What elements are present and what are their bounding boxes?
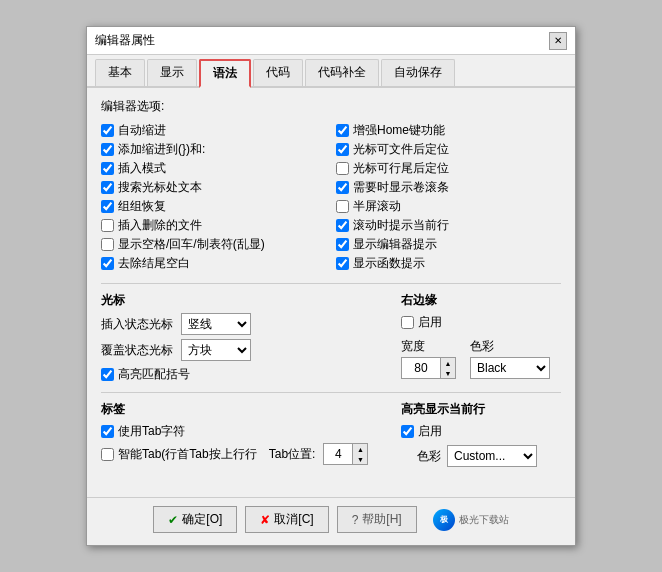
option-auto-indent: 自动缩进 (101, 121, 326, 140)
checkbox-smart-tab[interactable] (101, 448, 114, 461)
tab-basic[interactable]: 基本 (95, 59, 145, 86)
label-show-editor-tip: 显示编辑器提示 (353, 236, 437, 253)
label-cursor-end-file: 光标可文件后定位 (353, 141, 449, 158)
label-show-current-line: 滚动时提示当前行 (353, 217, 449, 234)
label-auto-indent: 自动缩进 (118, 122, 166, 139)
cancel-button[interactable]: ✘ 取消[C] (245, 506, 328, 533)
tab-position-spinner-buttons: ▲ ▼ (353, 443, 368, 465)
cursor-section: 光标 插入状态光标 竖线 横线 方块 覆盖状态光标 方块 竖线 横线 (101, 292, 251, 384)
width-label: 宽度 (401, 338, 456, 355)
label-insert-deleted: 插入删除的文件 (118, 217, 202, 234)
tab-display[interactable]: 显示 (147, 59, 197, 86)
insert-cursor-label: 插入状态光标 (101, 316, 173, 333)
checkbox-show-editor-tip[interactable] (336, 238, 349, 251)
option-half-scroll: 半屏滚动 (336, 197, 561, 216)
label-show-func-tip: 显示函数提示 (353, 255, 425, 272)
option-show-editor-tip: 显示编辑器提示 (336, 235, 561, 254)
label-search-highlight: 搜索光标处文本 (118, 179, 202, 196)
color-label: 色彩 (470, 338, 550, 355)
insert-cursor-row: 插入状态光标 竖线 横线 方块 (101, 313, 251, 335)
label-use-tab: 使用Tab字符 (118, 423, 185, 440)
smart-tab-tab-position-row: 智能Tab(行首Tab按上行行 Tab位置: ▲ ▼ (101, 443, 368, 465)
color-select[interactable]: Black White Red Blue (470, 357, 550, 379)
tab-position-input[interactable] (323, 443, 353, 465)
tab-position-spin-up[interactable]: ▲ (353, 444, 367, 454)
label-margin-enable: 启用 (418, 314, 442, 331)
checkbox-show-current-line[interactable] (336, 219, 349, 232)
checkbox-half-scroll[interactable] (336, 200, 349, 213)
tab-auto-save[interactable]: 自动保存 (381, 59, 455, 86)
overwrite-cursor-row: 覆盖状态光标 方块 竖线 横线 (101, 339, 251, 361)
label-cursor-end-line: 光标可行尾后定位 (353, 160, 449, 177)
ok-button[interactable]: ✔ 确定[O] (153, 506, 237, 533)
option-group-restore: 组组恢复 (101, 197, 326, 216)
checkbox-highlight-bracket[interactable] (101, 368, 114, 381)
highlight-current-title: 高亮显示当前行 (401, 401, 561, 418)
overwrite-cursor-label: 覆盖状态光标 (101, 342, 173, 359)
width-spin-down[interactable]: ▼ (441, 368, 455, 378)
option-insert-deleted: 插入删除的文件 (101, 216, 326, 235)
checkbox-cursor-end-line[interactable] (336, 162, 349, 175)
help-button[interactable]: ? 帮助[H] (337, 506, 417, 533)
checkbox-group-restore[interactable] (101, 200, 114, 213)
checkbox-insert-mode[interactable] (101, 162, 114, 175)
ok-icon: ✔ (168, 513, 178, 527)
width-spin-up[interactable]: ▲ (441, 358, 455, 368)
right-margin-section: 右边缘 启用 宽度 ▲ ▼ (401, 292, 561, 384)
label-enhance-home: 增强Home键功能 (353, 122, 445, 139)
insert-cursor-select[interactable]: 竖线 横线 方块 (181, 313, 251, 335)
title-bar: 编辑器属性 ✕ (87, 27, 575, 55)
checkbox-show-scrollbar[interactable] (336, 181, 349, 194)
checkbox-show-spaces[interactable] (101, 238, 114, 251)
option-add-indent: 添加缩进到(})和: (101, 140, 326, 159)
window-controls: ✕ (549, 32, 567, 50)
width-color-row: 宽度 ▲ ▼ 色彩 Black White (401, 338, 561, 379)
option-show-spaces: 显示空格/回车/制表符(乱显) (101, 235, 326, 254)
checkbox-add-indent[interactable] (101, 143, 114, 156)
editor-options-title: 编辑器选项: (101, 98, 561, 115)
label-show-spaces: 显示空格/回车/制表符(乱显) (118, 236, 265, 253)
checkbox-show-func-tip[interactable] (336, 257, 349, 270)
label-smart-tab: 智能Tab(行首Tab按上行行 (118, 446, 257, 463)
checkbox-remove-trailing[interactable] (101, 257, 114, 270)
checkbox-margin-enable[interactable] (401, 316, 414, 329)
logo-icon: 极 (433, 509, 455, 531)
tabs-section: 标签 使用Tab字符 智能Tab(行首Tab按上行行 Tab位置: ▲ (101, 401, 368, 467)
checkbox-insert-deleted[interactable] (101, 219, 114, 232)
tab-code[interactable]: 代码 (253, 59, 303, 86)
width-input[interactable] (401, 357, 441, 379)
tab-position-label: Tab位置: (269, 446, 316, 463)
width-spinner-buttons: ▲ ▼ (441, 357, 456, 379)
divider-2 (101, 392, 561, 393)
color-col: 色彩 Black White Red Blue (470, 338, 550, 379)
overwrite-cursor-select[interactable]: 方块 竖线 横线 (181, 339, 251, 361)
checkbox-highlight-enable[interactable] (401, 425, 414, 438)
tab-position-spin-down[interactable]: ▼ (353, 454, 367, 464)
ok-label: 确定[O] (182, 511, 222, 528)
checkbox-use-tab[interactable] (101, 425, 114, 438)
label-half-scroll: 半屏滚动 (353, 198, 401, 215)
checkbox-enhance-home[interactable] (336, 124, 349, 137)
option-search-highlight: 搜索光标处文本 (101, 178, 326, 197)
tab-bar: 基本 显示 语法 代码 代码补全 自动保存 (87, 55, 575, 88)
option-enhance-home: 增强Home键功能 (336, 121, 561, 140)
tab-syntax[interactable]: 语法 (199, 59, 251, 88)
tabs-section-title: 标签 (101, 401, 368, 418)
option-show-scrollbar: 需要时显示卷滚条 (336, 178, 561, 197)
checkbox-search-highlight[interactable] (101, 181, 114, 194)
bottom-buttons: ✔ 确定[O] ✘ 取消[C] ? 帮助[H] 极 极光下载站 (87, 497, 575, 545)
left-options-col: 自动缩进 添加缩进到(})和: 插入模式 搜索光标处文本 组组恢复 (101, 121, 326, 273)
option-cursor-end-line: 光标可行尾后定位 (336, 159, 561, 178)
option-show-current-line: 滚动时提示当前行 (336, 216, 561, 235)
highlight-current-line-section: 高亮显示当前行 启用 色彩 Custom... Black White Yell… (401, 401, 561, 467)
right-margin-title: 右边缘 (401, 292, 561, 309)
highlight-color-select[interactable]: Custom... Black White Yellow (447, 445, 537, 467)
close-button[interactable]: ✕ (549, 32, 567, 50)
divider-1 (101, 283, 561, 284)
highlight-enable-row: 启用 (401, 422, 561, 441)
checkbox-auto-indent[interactable] (101, 124, 114, 137)
label-show-scrollbar: 需要时显示卷滚条 (353, 179, 449, 196)
checkbox-cursor-end-file[interactable] (336, 143, 349, 156)
tab-code-complete[interactable]: 代码补全 (305, 59, 379, 86)
help-label: 帮助[H] (362, 511, 401, 528)
